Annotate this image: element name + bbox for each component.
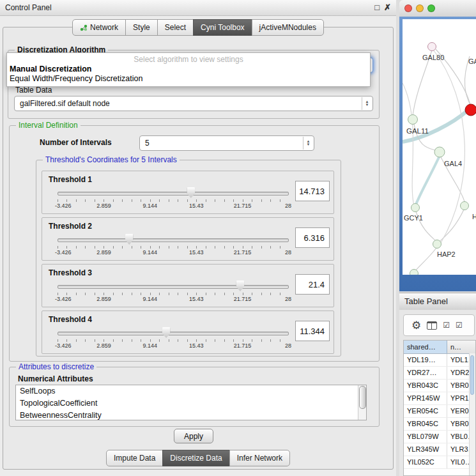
select-rows-checkbox-icon[interactable]: ☑ xyxy=(456,321,463,329)
combo-value: galFiltered.sif default node xyxy=(20,96,110,111)
tab-discretize-data[interactable]: Discretize Data xyxy=(162,450,229,466)
table-row[interactable]: YDL19…YDL1… xyxy=(404,354,475,367)
table-row[interactable]: YBR043CYBR0… xyxy=(404,380,475,392)
tab-impute-data[interactable]: Impute Data xyxy=(106,450,163,466)
column-selector-icon[interactable] xyxy=(427,321,437,330)
threshold-3-slider[interactable] xyxy=(58,280,289,291)
table-row[interactable]: YDR27…YDR2… xyxy=(404,367,475,380)
zoom-traffic-light[interactable] xyxy=(427,4,435,12)
slider-scale: -3.4262.8599.14415.4321.71528 xyxy=(58,203,289,210)
slider-track xyxy=(58,192,289,196)
table-scrollbar[interactable] xyxy=(469,353,475,475)
control-panel: Control Panel □ ✗ Network Style Select xyxy=(0,0,396,476)
combo-value: 5 xyxy=(145,136,150,150)
tab-select[interactable]: Select xyxy=(157,19,194,36)
node-label: H xyxy=(472,213,476,220)
table-row[interactable]: YER054CYER0… xyxy=(404,405,475,418)
minimize-traffic-light[interactable] xyxy=(416,4,424,12)
threshold-2-slider[interactable] xyxy=(58,233,289,245)
threshold-4-value-field[interactable]: 11.344 xyxy=(295,321,330,341)
table-row[interactable]: YBR045CYBR0… xyxy=(404,418,475,431)
close-icon[interactable]: ✗ xyxy=(384,0,391,15)
threshold-1-value-field[interactable]: 14.713 xyxy=(295,181,330,201)
network-edge[interactable] xyxy=(440,210,464,242)
threshold-label: Threshold 4 xyxy=(49,315,92,324)
table-data-combobox[interactable]: galFiltered.sif default node ▲▼ xyxy=(14,96,373,111)
slider-thumb[interactable] xyxy=(125,234,134,245)
dropdown-option-equal-width[interactable]: Equal Width/Frequency Discretization xyxy=(7,73,370,83)
combo-arrows-icon: ▲▼ xyxy=(362,97,372,110)
threshold-1-panel: Threshold 1 -3.4262.8599.14415.4321.7152… xyxy=(42,171,334,214)
algorithm-dropdown-list: Select algorithm to view settings Manual… xyxy=(6,52,371,87)
node-label: GAL11 xyxy=(406,127,429,135)
slider-thumb[interactable] xyxy=(162,327,171,338)
number-of-intervals-combobox[interactable]: 5 ▲▼ xyxy=(139,135,314,151)
threshold-4-panel: Threshold 4 -3.4262.8599.14415.4321.7152… xyxy=(42,311,334,354)
close-traffic-light[interactable] xyxy=(404,4,412,12)
tab-label: Cyni Toolbox xyxy=(201,20,244,35)
slider-thumb[interactable] xyxy=(187,187,195,198)
threshold-4-slider[interactable] xyxy=(58,326,289,338)
network-edge[interactable] xyxy=(432,48,464,243)
group-title: Attributes to discretize xyxy=(16,362,96,371)
table-data-label: Table Data xyxy=(15,86,52,95)
screen: Control Panel □ ✗ Network Style Select xyxy=(0,0,476,476)
threshold-1-slider[interactable] xyxy=(58,187,289,198)
numerical-attributes-list[interactable]: SelfLoops TopologicalCoefficient Between… xyxy=(15,385,367,420)
apply-button[interactable]: Apply xyxy=(174,429,213,443)
control-panel-tabbar: Network Style Select Cyni Toolbox jActiv… xyxy=(0,19,396,36)
network-node[interactable] xyxy=(408,115,418,125)
node-label: GA xyxy=(468,58,476,65)
network-edge[interactable] xyxy=(416,156,440,204)
table-toolbar: ⚙ ☑ ☑ xyxy=(403,314,475,336)
list-item[interactable]: TopologicalCoefficient xyxy=(16,397,366,410)
combo-arrows-icon: ▲▼ xyxy=(303,137,313,150)
network-node-highlighted[interactable] xyxy=(465,104,476,116)
slider-ticks xyxy=(58,199,289,202)
network-node[interactable] xyxy=(461,202,469,210)
tab-jactivemnodules[interactable]: jActiveMNodules xyxy=(252,19,324,36)
network-edge[interactable] xyxy=(415,248,436,271)
threshold-3-value-field[interactable]: 21.4 xyxy=(295,274,330,295)
settings-gear-icon[interactable]: ⚙ xyxy=(411,320,421,331)
slider-thumb[interactable] xyxy=(236,280,244,291)
threshold-label: Threshold 2 xyxy=(49,222,92,231)
table-row[interactable]: YPR145WYPR1… xyxy=(404,392,475,405)
slider-ticks xyxy=(58,293,289,295)
select-all-checkbox-icon[interactable]: ☑ xyxy=(443,321,450,329)
list-item[interactable]: BetweennessCentrality xyxy=(16,410,366,420)
threshold-2-panel: Threshold 2 -3.4262.8599.14415.4321.7152… xyxy=(42,217,334,261)
network-node[interactable] xyxy=(410,270,418,275)
list-item[interactable]: SelfLoops xyxy=(16,385,366,397)
scrollbar-thumb[interactable] xyxy=(359,386,366,409)
tab-network[interactable]: Network xyxy=(72,19,126,36)
number-of-intervals-label: Number of Intervals xyxy=(40,138,112,147)
network-window-titlebar xyxy=(399,0,476,17)
tab-style[interactable]: Style xyxy=(125,19,158,36)
network-canvas[interactable]: GAL80 GA GAL11 GAL4 GCY1 H HAP2 xyxy=(403,19,476,275)
network-node[interactable] xyxy=(411,204,420,212)
tab-label: Style xyxy=(133,20,150,35)
control-panel-titlebar: Control Panel □ ✗ xyxy=(0,0,396,16)
scrollbar-thumb[interactable] xyxy=(470,355,474,395)
network-node[interactable] xyxy=(433,240,441,249)
threshold-label: Threshold 3 xyxy=(49,268,92,277)
table-row[interactable]: YBL079WYBL0… xyxy=(404,431,475,443)
tab-infer-network[interactable]: Infer Network xyxy=(229,450,290,466)
network-node[interactable] xyxy=(428,43,436,51)
table-row[interactable]: YLR345WYLR3… xyxy=(404,443,475,456)
network-node[interactable] xyxy=(434,147,445,157)
network-edge[interactable] xyxy=(403,83,414,206)
table-header-row: shared… n… xyxy=(404,341,475,354)
float-window-icon[interactable]: □ xyxy=(374,0,380,15)
table-row[interactable]: YIL052CYIL0… xyxy=(404,456,475,469)
column-header-shared-name[interactable]: shared… xyxy=(404,341,447,353)
dropdown-option-manual[interactable]: Manual Discretization xyxy=(7,64,370,73)
threshold-2-value-field[interactable]: 6.316 xyxy=(295,227,330,248)
node-table: shared… n… YDL19…YDL1… YDR27…YDR2… YBR04… xyxy=(403,340,476,476)
list-scrollbar[interactable] xyxy=(358,385,366,420)
tab-cyni-toolbox[interactable]: Cyni Toolbox xyxy=(193,19,252,36)
column-header-name[interactable]: n… xyxy=(447,341,475,353)
table-panel: ⚙ ☑ ☑ shared… n… YDL19…YDL1… YDR27…YDR2…… xyxy=(399,310,476,476)
slider-track xyxy=(58,332,289,335)
